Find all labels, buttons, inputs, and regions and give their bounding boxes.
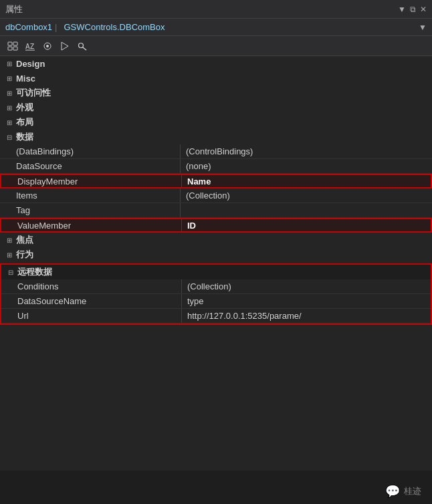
prop-datasource-name: DataSource	[0, 159, 181, 173]
section-layout-expand-icon: ⊞	[5, 119, 13, 126]
toolbar-alphabetical-btn[interactable]: AZ	[23, 39, 37, 53]
section-appearance-expand-icon: ⊞	[5, 104, 13, 112]
prop-items-name: Items	[0, 188, 181, 203]
prop-conditions-value: (Collection)	[182, 279, 431, 293]
prop-datasource-value: (none)	[181, 159, 432, 173]
property-grid: ⊞ Design ⊞ Misc ⊞ 可访问性 ⊞ 外观 ⊞ 布局 ⊟ 数据	[0, 56, 432, 471]
svg-point-7	[46, 45, 49, 47]
prop-tag[interactable]: Tag	[0, 203, 432, 218]
dock-icon[interactable]: ⧉	[410, 5, 416, 14]
svg-rect-1	[13, 42, 17, 45]
component-header[interactable]: dbCombox1 | GSWControls.DBComBox ▼	[0, 19, 432, 36]
section-data-expand-icon: ⊟	[5, 134, 13, 141]
title-bar: 属性 ▼ ⧉ ✕	[0, 0, 432, 19]
toolbar-categorized-btn[interactable]	[5, 39, 20, 53]
svg-rect-0	[8, 42, 12, 45]
prop-tag-name: Tag	[0, 203, 181, 217]
prop-conditions[interactable]: Conditions (Collection)	[1, 279, 431, 294]
prop-displaymember-name: DisplayMember	[1, 175, 182, 187]
section-focus[interactable]: ⊞ 焦点	[0, 233, 432, 247]
prop-databindings[interactable]: (DataBindings) (ControlBindings)	[0, 144, 432, 159]
prop-url-value: http://127.0.0.1:5235/parame/	[182, 309, 431, 323]
prop-displaymember-value: Name	[182, 175, 431, 187]
svg-rect-3	[13, 47, 17, 50]
prop-datasource[interactable]: DataSource (none)	[0, 159, 432, 174]
prop-valuemember-value: ID	[182, 219, 431, 231]
prop-valuemember-name: ValueMember	[1, 219, 182, 231]
section-design-expand-icon: ⊞	[5, 60, 13, 68]
close-icon[interactable]: ✕	[420, 5, 427, 14]
prop-tag-value	[181, 203, 432, 217]
section-accessibility-label: 可访问性	[16, 87, 51, 99]
wechat-icon: 💬	[385, 484, 400, 499]
section-remote-data: ⊟ 远程数据 Conditions (Collection) DataSourc…	[0, 263, 432, 325]
section-behavior-expand-icon: ⊞	[5, 251, 13, 259]
properties-panel: 属性 ▼ ⧉ ✕ dbCombox1 | GSWControls.DBComBo…	[0, 0, 432, 504]
section-design-label: Design	[16, 59, 45, 69]
component-name: dbCombox1	[5, 22, 52, 32]
prop-items[interactable]: Items (Collection)	[0, 188, 432, 203]
section-data-label: 数据	[16, 131, 33, 143]
prop-url[interactable]: Url http://127.0.0.1:5235/parame/	[1, 309, 431, 324]
prop-valuemember[interactable]: ValueMember ID	[0, 218, 432, 233]
section-appearance[interactable]: ⊞ 外观	[0, 100, 432, 115]
section-remote-label: 远程数据	[17, 266, 52, 278]
prop-items-value: (Collection)	[181, 188, 432, 203]
section-layout-label: 布局	[16, 116, 33, 128]
toolbar-properties-btn[interactable]	[40, 39, 55, 53]
prop-databindings-name: (DataBindings)	[0, 144, 181, 158]
prop-conditions-name: Conditions	[1, 279, 182, 293]
section-data[interactable]: ⊟ 数据	[0, 130, 432, 144]
prop-url-name: Url	[1, 309, 182, 323]
svg-rect-2	[8, 47, 12, 50]
component-dropdown-arrow[interactable]: ▼	[419, 23, 427, 32]
pin-icon[interactable]: ▼	[398, 5, 406, 14]
section-appearance-label: 外观	[16, 102, 33, 114]
section-remote-data-header[interactable]: ⊟ 远程数据	[1, 265, 431, 279]
watermark-text: 桂迹	[404, 485, 421, 497]
component-type: GSWControls.DBComBox	[64, 22, 165, 32]
section-layout[interactable]: ⊞ 布局	[0, 115, 432, 130]
toolbar-events-btn[interactable]	[58, 39, 72, 53]
prop-datasourcename-value: type	[182, 294, 431, 308]
svg-point-9	[79, 43, 84, 47]
section-accessibility[interactable]: ⊞ 可访问性	[0, 86, 432, 100]
section-remote-expand-icon: ⊟	[7, 269, 15, 276]
section-misc[interactable]: ⊞ Misc	[0, 71, 432, 86]
section-accessibility-expand-icon: ⊞	[5, 90, 13, 97]
toolbar-key-btn[interactable]	[75, 39, 90, 53]
section-misc-label: Misc	[16, 74, 35, 84]
section-behavior[interactable]: ⊞ 行为	[0, 247, 432, 262]
prop-databindings-value: (ControlBindings)	[181, 144, 432, 158]
section-design[interactable]: ⊞ Design	[0, 56, 432, 71]
bottom-bar: 💬 桂迹	[0, 471, 432, 504]
section-behavior-label: 行为	[16, 249, 33, 261]
section-focus-label: 焦点	[16, 234, 33, 246]
svg-line-10	[83, 47, 87, 50]
prop-datasourcename-name: DataSourceName	[1, 294, 182, 308]
toolbar: AZ	[0, 36, 432, 56]
prop-displaymember[interactable]: DisplayMember Name	[0, 174, 432, 188]
svg-text:AZ: AZ	[25, 42, 35, 51]
panel-title: 属性	[5, 3, 23, 15]
section-misc-expand-icon: ⊞	[5, 75, 13, 82]
svg-marker-8	[62, 42, 68, 50]
section-focus-expand-icon: ⊞	[5, 237, 13, 244]
prop-datasourcename[interactable]: DataSourceName type	[1, 294, 431, 309]
watermark: 💬 桂迹	[385, 484, 421, 499]
